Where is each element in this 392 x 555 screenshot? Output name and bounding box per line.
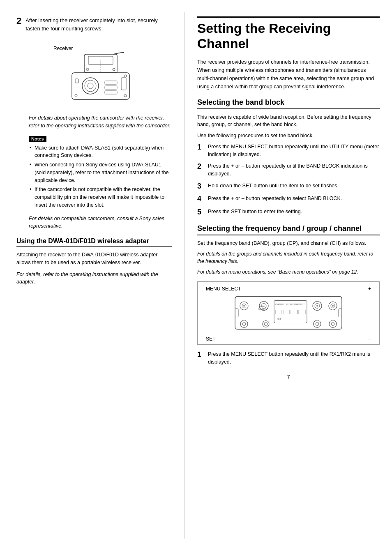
diagram-label-minus: – xyxy=(368,336,371,342)
freq-italic1: For details on the groups and channels i… xyxy=(197,250,380,265)
svg-rect-49 xyxy=(235,309,238,317)
svg-rect-33 xyxy=(299,310,305,314)
svg-rect-32 xyxy=(291,310,297,314)
band-step5-num: 5 xyxy=(197,208,208,217)
device-diagram-box: MENU SELECT + MENU S xyxy=(197,281,380,345)
note-item: Make sure to attach DWA-SLAS1 (sold sepa… xyxy=(29,144,172,160)
band-step2-text: Press the + or – button repeatedly until… xyxy=(208,162,380,178)
diagram-label-plus: + xyxy=(368,286,371,292)
svg-text:MENU: MENU xyxy=(259,305,265,308)
band-step2-num: 2 xyxy=(197,162,208,171)
receiver-label: Receiver xyxy=(53,46,73,51)
band-block-intro2: Use the following procedures to set the … xyxy=(197,132,380,140)
band-step-2: 2 Press the + or – button repeatedly unt… xyxy=(197,162,380,178)
diagram-label-set: SET xyxy=(206,336,215,342)
svg-point-15 xyxy=(75,75,77,77)
intro-text: The receiver provides groups of channels… xyxy=(197,58,380,91)
svg-rect-13 xyxy=(105,86,117,89)
band-step5-text: Press the SET button to enter the settin… xyxy=(208,208,380,216)
svg-point-41 xyxy=(240,320,248,328)
svg-rect-20 xyxy=(235,297,342,329)
band-step-1: 1 Press the MENU SELECT button repeatedl… xyxy=(197,143,380,159)
receiver-svg xyxy=(60,52,142,106)
freq-section: Selecting the frequency band / group / c… xyxy=(197,224,380,366)
band-step1-text: Press the MENU SELECT button repeatedly … xyxy=(208,143,380,159)
band-step-3: 3 Hold down the SET button until the ite… xyxy=(197,182,380,191)
band-step-5: 5 Press the SET button to enter the sett… xyxy=(197,208,380,217)
svg-point-46 xyxy=(316,322,319,326)
svg-point-18 xyxy=(124,94,127,97)
freq-intro: Set the frequency band (BAND), group (GP… xyxy=(197,240,380,247)
band-block-intro1: This receiver is capable of wide band re… xyxy=(197,113,380,129)
freq-step-1: 1 Press the MENU SELECT button repeatedl… xyxy=(197,350,380,366)
freq-step1-text: Press the MENU SELECT button repeatedly … xyxy=(208,350,380,366)
svg-point-40 xyxy=(332,305,334,307)
step2-number: 2 xyxy=(16,16,21,38)
diagram-label-menu-select: MENU SELECT xyxy=(206,286,241,292)
svg-rect-14 xyxy=(105,91,117,94)
notes-box: Notes Make sure to attach DWA-SLAS1 (sol… xyxy=(29,136,172,209)
svg-point-23 xyxy=(243,305,245,307)
svg-text:SELECT: SELECT xyxy=(258,308,266,310)
svg-rect-10 xyxy=(121,78,126,90)
freq-italic2: For details on menu operations, see “Bas… xyxy=(197,268,380,276)
svg-point-5 xyxy=(113,68,115,71)
right-column: Setting the Receiving Channel The receiv… xyxy=(185,12,392,539)
left-column: 2 After inserting the receiver completel… xyxy=(0,12,185,539)
notes-list: Make sure to attach DWA-SLAS1 (sold sepa… xyxy=(29,144,172,209)
svg-rect-50 xyxy=(339,309,342,317)
band-step4-text: Press the + or – button repeatedly to se… xyxy=(208,195,380,203)
italic-note1: For details about operating the camcorde… xyxy=(29,114,172,130)
band-step3-text: Hold down the SET button until the item … xyxy=(208,182,380,190)
band-block-heading: Selecting the band block xyxy=(197,98,380,109)
svg-point-3 xyxy=(122,52,124,53)
left-section-body: Attaching the receiver to the DWA-01D/F0… xyxy=(16,251,172,267)
band-step3-num: 3 xyxy=(197,182,208,191)
step2-text: After inserting the receiver completely … xyxy=(25,17,158,32)
svg-point-48 xyxy=(331,322,334,326)
band-step4-num: 4 xyxy=(197,195,208,204)
svg-text:CHANNEL 1  RF1  RF2  CHANNEL 2: CHANNEL 1 RF1 RF2 CHANNEL 2 xyxy=(275,304,304,306)
band-step1-num: 1 xyxy=(197,143,208,152)
svg-point-8 xyxy=(85,80,96,92)
note-item: If the camcorder is not compatible with … xyxy=(29,186,172,209)
svg-rect-11 xyxy=(75,79,78,83)
notes-label: Notes xyxy=(29,136,46,142)
svg-rect-12 xyxy=(105,81,117,84)
svg-point-47 xyxy=(329,320,337,328)
band-block-section: Selecting the band block This receiver i… xyxy=(197,98,380,217)
svg-line-2 xyxy=(113,52,123,54)
device-svg: MENU SELECT CHANNEL 1 RF1 RF2 CHANNEL 2 … xyxy=(231,293,346,334)
note-item: When connecting non-Sony devices using D… xyxy=(29,161,172,184)
diagram-bottom-labels: SET – xyxy=(202,336,375,342)
svg-point-17 xyxy=(75,94,77,97)
freq-step1-num: 1 xyxy=(197,350,208,359)
svg-point-43 xyxy=(263,321,269,327)
svg-rect-30 xyxy=(275,310,282,314)
receiver-diagram: Receiver xyxy=(29,46,172,107)
svg-point-37 xyxy=(316,305,318,307)
italic-note2: For details on compatible camcorders, co… xyxy=(29,215,172,230)
page-number: 7 xyxy=(197,374,380,380)
svg-point-4 xyxy=(86,68,89,71)
main-title: Setting the Receiving Channel xyxy=(197,16,380,51)
italic-note3: For details, refer to the operating inst… xyxy=(16,271,172,286)
page: 2 After inserting the receiver completel… xyxy=(0,0,392,555)
svg-point-16 xyxy=(124,75,127,77)
svg-point-42 xyxy=(242,322,246,326)
svg-point-45 xyxy=(314,320,321,328)
diagram-top-labels: MENU SELECT + xyxy=(202,286,375,292)
svg-point-44 xyxy=(264,322,267,326)
svg-point-9 xyxy=(88,83,93,89)
freq-section-heading: Selecting the frequency band / group / c… xyxy=(197,224,380,235)
svg-text:SET: SET xyxy=(277,318,281,320)
left-section-heading: Using the DWA-01D/F01D wireless adapter xyxy=(16,237,172,247)
band-step-4: 4 Press the + or – button repeatedly to … xyxy=(197,195,380,204)
svg-rect-6 xyxy=(72,73,129,99)
svg-rect-31 xyxy=(283,310,290,314)
